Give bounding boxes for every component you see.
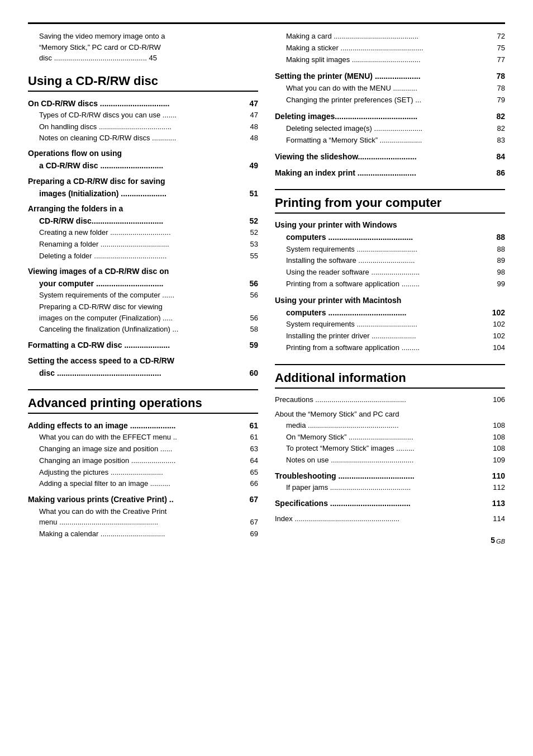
toc-creative-print: Making various prints (Creative Print) .… [28, 493, 258, 505]
toc-special-filter: Adding a special filter to an image ....… [28, 478, 258, 490]
toc-new-folder: Creating a new folder ..................… [28, 227, 258, 239]
intro-line1: Saving the video memory image onto a [39, 32, 165, 40]
toc-setting-printer: Setting the printer (MENU) .............… [275, 70, 505, 82]
intro-line2: “Memory Stick,” PC card or CD-R/RW [39, 43, 161, 51]
specifications-entry: Specifications .........................… [275, 497, 505, 509]
toc-specifications: Specifications .........................… [275, 497, 505, 509]
toc-precautions: Precautions ............................… [275, 394, 505, 406]
toc-adjusting: Adjusting the pictures .................… [28, 467, 258, 479]
creative-menu-line1: What you can do with the Creative Print [39, 506, 258, 517]
advanced-section-header: Advanced printing operations [28, 396, 258, 414]
section-divider-additional [275, 364, 505, 365]
toc-index-print: Making an index print ..................… [275, 167, 505, 179]
toc-win-sysreq: System requirements ....................… [275, 244, 505, 256]
toc-size-position: Changing an image size and position ....… [28, 443, 258, 455]
toc-image-position: Changing an image position .............… [28, 455, 258, 467]
toc-mac-sysreq: System requirements ....................… [275, 319, 505, 330]
toc-paper-jams: If paper jams ..........................… [275, 482, 505, 494]
ms-line2: media ..................................… [275, 420, 505, 432]
toc-delete-folder: Deleting a folder ......................… [28, 251, 258, 262]
toc-unfinalization: Canceling the finalization (Unfinalizati… [28, 324, 258, 336]
index-entry: Index ..................................… [275, 513, 505, 525]
arranging-group: Arranging the folders in a CD-R/RW disc.… [28, 203, 258, 262]
creative-menu-group: What you can do with the Creative Print … [28, 506, 258, 528]
gb-label: GB [496, 538, 505, 545]
section-divider-advanced [28, 389, 258, 390]
page-number: 5 [491, 536, 495, 545]
ops-flow-line2: a CD-R/RW disc .........................… [28, 159, 258, 172]
toc-entry-cleaning: Notes on cleaning CD-R/RW discs ........… [28, 133, 258, 144]
toc-effect-menu: What you can do with the EFFECT menu .. … [28, 432, 258, 443]
top-rule [28, 22, 505, 24]
toc-formatting-cd: Formatting a CD-RW disc ................… [28, 339, 258, 351]
windows-line1: Using your printer with Windows [275, 219, 505, 231]
toc-delete-selected: Deleting selected image(s) .............… [275, 123, 505, 135]
formatting-entry: Formatting a CD-RW disc ................… [28, 339, 258, 351]
advanced-section: Advanced printing operations Adding effe… [28, 396, 258, 540]
toc-effects: Adding effects to an image .............… [28, 419, 258, 432]
cd-section: Using a CD-R/RW disc On CD-R/RW discs ..… [28, 74, 258, 379]
slideshow-entry: Viewing the slideshow...................… [275, 150, 505, 163]
toc-sysreq-computer: System requirements of the computer ....… [28, 290, 258, 301]
toc-entry-cd-main: On CD-R/RW discs .......................… [28, 97, 258, 110]
deleting-entry: Deleting images.........................… [275, 110, 505, 146]
viewing-cd-group: Viewing images of a CD-R/RW disc on your… [28, 266, 258, 336]
access-speed-line1: Setting the access speed to a CD-R/RW [28, 355, 258, 367]
toc-protect-ms: To protect “Memory Stick” images .......… [275, 443, 505, 455]
toc-mac-driver: Installing the printer driver ..........… [275, 330, 505, 342]
preparing-group: Preparing a CD-R/RW disc for saving imag… [28, 176, 258, 200]
preparing-line2: images (Initialization) ................… [28, 187, 258, 200]
intro-text: Saving the video memory image onto a “Me… [28, 31, 258, 64]
toc-win-install: Installing the software ................… [275, 255, 505, 267]
ops-flow-group: Operations flow on using a CD-R/RW disc … [28, 148, 258, 172]
access-speed-group: Setting the access speed to a CD-R/RW di… [28, 355, 258, 379]
toc-formatting-ms: Formatting a “Memory Stick” ............… [275, 135, 505, 147]
toc-deleting-images: Deleting images.........................… [275, 110, 505, 122]
toc-calendar: Making a calendar ......................… [28, 528, 258, 540]
toc-entry-types: Types of CD-R/RW discs you can use .....… [28, 110, 258, 121]
toc-finalization-line2: images on the computer (Finalization) ..… [39, 313, 258, 324]
setting-printer-entry: Setting the printer (MENU) .............… [275, 70, 505, 106]
toc-finalization-group: Preparing a CD-R/RW disc for viewing ima… [28, 301, 258, 324]
toc-on-ms: On “Memory Stick” ......................… [275, 432, 505, 443]
toc-mac-print: Printing from a software application ...… [275, 342, 505, 354]
cd-section-header: Using a CD-R/RW disc [28, 74, 258, 92]
mac-group: Using your printer with Macintosh comput… [275, 295, 505, 354]
page-layout: Saving the video memory image onto a “Me… [28, 31, 505, 545]
memory-stick-group: About the “Memory Stick” and PC card med… [275, 409, 505, 466]
windows-line2: computers ..............................… [275, 231, 505, 243]
creative-menu-line2: menu ...................................… [39, 517, 258, 528]
intro-line3: disc ...................................… [39, 54, 157, 62]
toc-making-sticker: Making a sticker .......................… [275, 42, 505, 54]
arranging-line1: Arranging the folders in a [28, 203, 258, 215]
toc-rename-folder: Renaming a folder ......................… [28, 239, 258, 251]
toc-making-card: Making a card ..........................… [275, 31, 505, 42]
left-column: Saving the video memory image onto a “Me… [28, 31, 258, 545]
viewing-cd-line2: your computer ..........................… [28, 277, 258, 290]
section-divider-computer [275, 189, 505, 190]
mac-line2: computers ..............................… [275, 306, 505, 319]
arranging-line2: CD-R/RW disc............................… [28, 215, 258, 227]
toc-finalization-line1: Preparing a CD-R/RW disc for viewing [39, 301, 258, 313]
creative-print-entry: Making various prints (Creative Print) .… [28, 493, 258, 540]
additional-section-header: Additional information [275, 371, 505, 389]
windows-group: Using your printer with Windows computer… [275, 219, 505, 290]
toc-win-reader: Using the reader software ..............… [275, 267, 505, 278]
additional-section: Additional information Precautions .....… [275, 371, 505, 525]
toc-slideshow: Viewing the slideshow...................… [275, 150, 505, 163]
toc-index: Index ..................................… [275, 513, 505, 525]
ms-line1: About the “Memory Stick” and PC card [275, 409, 505, 420]
right-top-section: Making a card ..........................… [275, 31, 505, 179]
access-speed-line2: disc ...................................… [28, 367, 258, 379]
preparing-line1: Preparing a CD-R/RW disc for saving [28, 176, 258, 187]
toc-win-print: Printing from a software application ...… [275, 278, 505, 290]
toc-troubleshooting: Troubleshooting ........................… [275, 470, 505, 482]
computer-section: Printing from your computer Using your p… [275, 196, 505, 353]
mac-line1: Using your printer with Macintosh [275, 295, 505, 306]
troubleshooting-entry: Troubleshooting ........................… [275, 470, 505, 494]
page-number-area: 5 GB [275, 536, 505, 545]
intro-section: Saving the video memory image onto a “Me… [28, 31, 258, 64]
toc-split-images: Making split images ....................… [275, 54, 505, 66]
toc-menu-what: What you can do with the MENU ..........… [275, 83, 505, 94]
computer-section-header: Printing from your computer [275, 196, 505, 214]
